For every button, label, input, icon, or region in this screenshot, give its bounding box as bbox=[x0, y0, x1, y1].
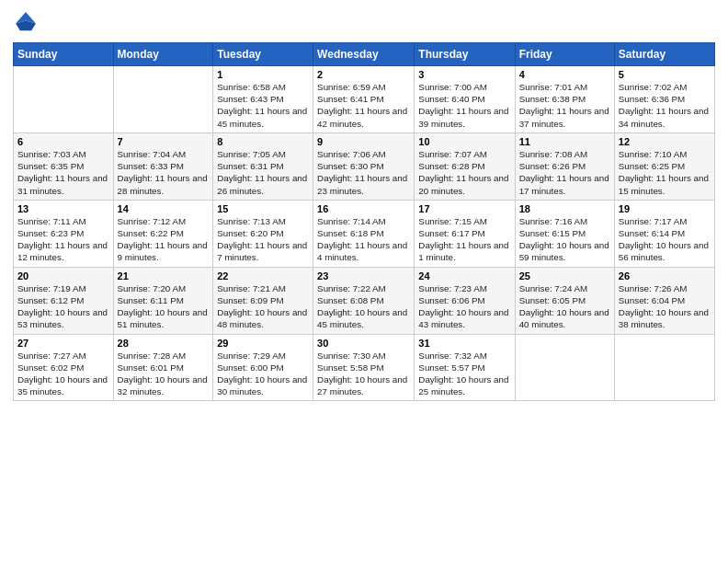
day-info: Sunrise: 6:59 AMSunset: 6:41 PMDaylight:… bbox=[317, 81, 410, 130]
day-info: Sunrise: 7:17 AMSunset: 6:14 PMDaylight:… bbox=[619, 215, 711, 264]
day-info: Sunrise: 7:00 AMSunset: 6:40 PMDaylight:… bbox=[418, 81, 510, 130]
calendar-cell: 12Sunrise: 7:10 AMSunset: 6:25 PMDayligh… bbox=[614, 132, 714, 200]
calendar-cell bbox=[515, 334, 614, 401]
day-info: Sunrise: 7:01 AMSunset: 6:38 PMDaylight:… bbox=[519, 81, 610, 130]
calendar-cell: 31Sunrise: 7:32 AMSunset: 5:57 PMDayligh… bbox=[415, 334, 515, 401]
day-info: Sunrise: 7:21 AMSunset: 6:09 PMDaylight:… bbox=[217, 282, 309, 331]
day-number: 1 bbox=[217, 69, 309, 80]
day-number: 7 bbox=[118, 136, 210, 147]
day-info: Sunrise: 7:23 AMSunset: 6:06 PMDaylight:… bbox=[418, 282, 510, 331]
day-info: Sunrise: 7:04 AMSunset: 6:33 PMDaylight:… bbox=[118, 148, 210, 197]
day-number: 6 bbox=[17, 136, 109, 147]
calendar-cell: 17Sunrise: 7:15 AMSunset: 6:17 PMDayligh… bbox=[415, 200, 515, 267]
calendar-cell: 24Sunrise: 7:23 AMSunset: 6:06 PMDayligh… bbox=[415, 267, 515, 334]
calendar-cell: 16Sunrise: 7:14 AMSunset: 6:18 PMDayligh… bbox=[313, 200, 415, 267]
calendar-cell: 10Sunrise: 7:07 AMSunset: 6:28 PMDayligh… bbox=[415, 132, 515, 200]
day-number: 17 bbox=[418, 203, 510, 214]
day-number: 30 bbox=[317, 338, 410, 349]
day-info: Sunrise: 7:10 AMSunset: 6:25 PMDaylight:… bbox=[619, 148, 711, 197]
calendar-header-wednesday: Wednesday bbox=[313, 43, 415, 66]
calendar-cell bbox=[113, 66, 213, 133]
day-number: 5 bbox=[619, 69, 711, 80]
calendar-cell: 28Sunrise: 7:28 AMSunset: 6:01 PMDayligh… bbox=[113, 334, 213, 401]
calendar-cell bbox=[614, 334, 714, 401]
day-number: 28 bbox=[118, 338, 210, 349]
calendar-header-sunday: Sunday bbox=[14, 43, 114, 66]
logo bbox=[13, 9, 42, 35]
calendar-cell: 20Sunrise: 7:19 AMSunset: 6:12 PMDayligh… bbox=[14, 267, 114, 334]
calendar-header-tuesday: Tuesday bbox=[213, 43, 313, 66]
calendar-week-1: 1Sunrise: 6:58 AMSunset: 6:43 PMDaylight… bbox=[14, 66, 715, 133]
day-number: 10 bbox=[418, 136, 510, 147]
day-info: Sunrise: 7:22 AMSunset: 6:08 PMDaylight:… bbox=[317, 282, 410, 331]
day-number: 13 bbox=[17, 203, 109, 214]
day-info: Sunrise: 7:19 AMSunset: 6:12 PMDaylight:… bbox=[17, 282, 109, 331]
day-number: 15 bbox=[217, 203, 309, 214]
calendar-header-thursday: Thursday bbox=[415, 43, 515, 66]
day-number: 21 bbox=[118, 270, 210, 282]
calendar-cell: 1Sunrise: 6:58 AMSunset: 6:43 PMDaylight… bbox=[213, 66, 313, 133]
day-info: Sunrise: 7:27 AMSunset: 6:02 PMDaylight:… bbox=[17, 350, 109, 398]
calendar-cell: 23Sunrise: 7:22 AMSunset: 6:08 PMDayligh… bbox=[313, 267, 415, 334]
day-number: 25 bbox=[519, 270, 610, 282]
calendar-cell: 19Sunrise: 7:17 AMSunset: 6:14 PMDayligh… bbox=[614, 200, 714, 267]
calendar-week-4: 20Sunrise: 7:19 AMSunset: 6:12 PMDayligh… bbox=[14, 267, 715, 334]
day-info: Sunrise: 7:03 AMSunset: 6:35 PMDaylight:… bbox=[17, 148, 109, 197]
calendar-cell: 26Sunrise: 7:26 AMSunset: 6:04 PMDayligh… bbox=[614, 267, 714, 334]
calendar-header-monday: Monday bbox=[113, 43, 213, 66]
day-number: 3 bbox=[418, 69, 510, 80]
day-info: Sunrise: 7:08 AMSunset: 6:26 PMDaylight:… bbox=[519, 148, 610, 197]
calendar-cell: 8Sunrise: 7:05 AMSunset: 6:31 PMDaylight… bbox=[213, 132, 313, 200]
calendar-cell: 15Sunrise: 7:13 AMSunset: 6:20 PMDayligh… bbox=[213, 200, 313, 267]
day-info: Sunrise: 7:05 AMSunset: 6:31 PMDaylight:… bbox=[217, 148, 309, 197]
day-number: 12 bbox=[619, 136, 711, 147]
day-number: 9 bbox=[317, 136, 410, 147]
day-info: Sunrise: 7:15 AMSunset: 6:17 PMDaylight:… bbox=[418, 215, 510, 264]
day-info: Sunrise: 7:29 AMSunset: 6:00 PMDaylight:… bbox=[217, 350, 309, 398]
day-number: 19 bbox=[619, 203, 711, 214]
calendar-week-2: 6Sunrise: 7:03 AMSunset: 6:35 PMDaylight… bbox=[14, 132, 715, 200]
day-info: Sunrise: 7:26 AMSunset: 6:04 PMDaylight:… bbox=[619, 282, 711, 331]
calendar-cell: 6Sunrise: 7:03 AMSunset: 6:35 PMDaylight… bbox=[14, 132, 114, 200]
calendar-table: SundayMondayTuesdayWednesdayThursdayFrid… bbox=[13, 42, 715, 401]
day-info: Sunrise: 7:16 AMSunset: 6:15 PMDaylight:… bbox=[519, 215, 610, 264]
day-number: 27 bbox=[17, 338, 109, 349]
logo-icon bbox=[13, 9, 39, 35]
day-info: Sunrise: 7:20 AMSunset: 6:11 PMDaylight:… bbox=[118, 282, 210, 331]
calendar-cell: 14Sunrise: 7:12 AMSunset: 6:22 PMDayligh… bbox=[113, 200, 213, 267]
header bbox=[13, 9, 715, 35]
day-number: 18 bbox=[519, 203, 610, 214]
day-number: 26 bbox=[619, 270, 711, 282]
calendar-cell: 29Sunrise: 7:29 AMSunset: 6:00 PMDayligh… bbox=[213, 334, 313, 401]
day-number: 14 bbox=[118, 203, 210, 214]
day-number: 22 bbox=[217, 270, 309, 282]
day-number: 16 bbox=[317, 203, 410, 214]
calendar-week-3: 13Sunrise: 7:11 AMSunset: 6:23 PMDayligh… bbox=[14, 200, 715, 267]
day-number: 20 bbox=[17, 270, 109, 282]
calendar-header-row: SundayMondayTuesdayWednesdayThursdayFrid… bbox=[14, 43, 715, 66]
day-number: 29 bbox=[217, 338, 309, 349]
calendar-cell: 3Sunrise: 7:00 AMSunset: 6:40 PMDaylight… bbox=[415, 66, 515, 133]
day-info: Sunrise: 6:58 AMSunset: 6:43 PMDaylight:… bbox=[217, 81, 309, 130]
day-number: 23 bbox=[317, 270, 410, 282]
day-info: Sunrise: 7:07 AMSunset: 6:28 PMDaylight:… bbox=[418, 148, 510, 197]
calendar-cell: 18Sunrise: 7:16 AMSunset: 6:15 PMDayligh… bbox=[515, 200, 614, 267]
calendar-cell: 7Sunrise: 7:04 AMSunset: 6:33 PMDaylight… bbox=[113, 132, 213, 200]
calendar-week-5: 27Sunrise: 7:27 AMSunset: 6:02 PMDayligh… bbox=[14, 334, 715, 401]
day-info: Sunrise: 7:24 AMSunset: 6:05 PMDaylight:… bbox=[519, 282, 610, 331]
calendar-header-saturday: Saturday bbox=[614, 43, 714, 66]
calendar-cell: 11Sunrise: 7:08 AMSunset: 6:26 PMDayligh… bbox=[515, 132, 614, 200]
calendar-cell: 5Sunrise: 7:02 AMSunset: 6:36 PMDaylight… bbox=[614, 66, 714, 133]
day-info: Sunrise: 7:13 AMSunset: 6:20 PMDaylight:… bbox=[217, 215, 309, 264]
day-number: 24 bbox=[418, 270, 510, 282]
day-info: Sunrise: 7:14 AMSunset: 6:18 PMDaylight:… bbox=[317, 215, 410, 264]
calendar-header-friday: Friday bbox=[515, 43, 614, 66]
calendar-cell: 30Sunrise: 7:30 AMSunset: 5:58 PMDayligh… bbox=[313, 334, 415, 401]
day-info: Sunrise: 7:02 AMSunset: 6:36 PMDaylight:… bbox=[619, 81, 711, 130]
day-number: 11 bbox=[519, 136, 610, 147]
day-info: Sunrise: 7:12 AMSunset: 6:22 PMDaylight:… bbox=[118, 215, 210, 264]
day-number: 4 bbox=[519, 69, 610, 80]
day-info: Sunrise: 7:06 AMSunset: 6:30 PMDaylight:… bbox=[317, 148, 410, 197]
calendar-cell: 25Sunrise: 7:24 AMSunset: 6:05 PMDayligh… bbox=[515, 267, 614, 334]
page: SundayMondayTuesdayWednesdayThursdayFrid… bbox=[0, 0, 728, 563]
